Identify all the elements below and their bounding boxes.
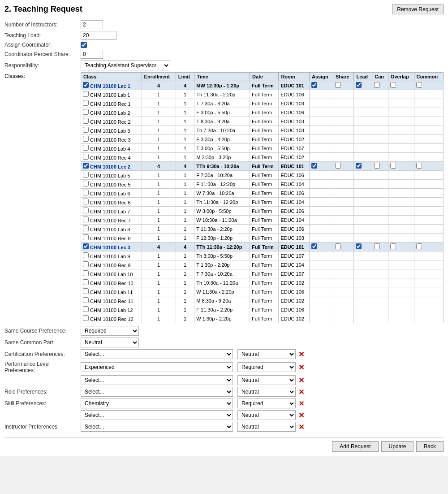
common-checkbox-18[interactable] xyxy=(416,243,422,249)
row-checkbox-1[interactable] xyxy=(83,91,89,97)
certification-neutral-select[interactable]: Neutral Required xyxy=(237,349,296,359)
row-checkbox-5[interactable] xyxy=(83,127,89,133)
time-cell: M 8:30a - 9:20a xyxy=(194,296,250,305)
empty-cell xyxy=(333,296,354,305)
row-checkbox-21[interactable] xyxy=(83,270,89,276)
empty-cell xyxy=(414,117,443,126)
can-checkbox-18[interactable] xyxy=(374,243,380,249)
coordinator-percent-input[interactable] xyxy=(81,50,103,59)
row-checkbox-9[interactable] xyxy=(83,163,89,169)
performance-row2-remove-icon[interactable]: ✕ xyxy=(298,376,304,385)
assign-coordinator-checkbox[interactable] xyxy=(81,42,87,48)
performance-row1-remove-icon[interactable]: ✕ xyxy=(298,363,304,372)
skill-row2-remove-icon[interactable]: ✕ xyxy=(298,411,304,420)
assign-checkbox-18[interactable] xyxy=(311,243,317,249)
role-remove-icon[interactable]: ✕ xyxy=(298,388,304,396)
role-neutral-select[interactable]: Neutral Required xyxy=(237,387,296,397)
assign-checkbox-0[interactable] xyxy=(311,82,317,88)
row-checkbox-17[interactable] xyxy=(83,234,89,240)
enrollment-cell: 1 xyxy=(142,296,176,305)
row-checkbox-18[interactable] xyxy=(83,243,89,249)
empty-cell xyxy=(309,278,333,287)
row-checkbox-10[interactable] xyxy=(83,172,89,178)
time-cell: F 3:00p - 5:50p xyxy=(194,108,250,117)
empty-cell xyxy=(414,126,443,135)
performance-row1-neutral-select[interactable]: Required Neutral xyxy=(237,362,296,372)
row-checkbox-23[interactable] xyxy=(83,288,89,294)
empty-cell xyxy=(333,314,354,323)
teaching-load-input[interactable] xyxy=(81,31,116,40)
empty-cell xyxy=(309,260,333,269)
empty-cell xyxy=(354,99,372,108)
row-checkbox-4[interactable] xyxy=(83,118,89,124)
row-checkbox-19[interactable] xyxy=(83,252,89,258)
row-checkbox-2[interactable] xyxy=(83,100,89,106)
remove-request-button[interactable]: Remove Request xyxy=(392,4,444,14)
classes-table: Class Enrollment Limit Time Date Room As… xyxy=(81,72,444,323)
add-request-button[interactable]: Add Request xyxy=(332,441,378,452)
row-checkbox-16[interactable] xyxy=(83,225,89,231)
row-checkbox-22[interactable] xyxy=(83,279,89,285)
skill-row1-select[interactable]: Chemistry xyxy=(81,399,233,408)
skill-row1-neutral-select[interactable]: Required Neutral xyxy=(237,399,296,408)
row-checkbox-25[interactable] xyxy=(83,306,89,312)
share-checkbox-18[interactable] xyxy=(335,243,341,249)
enrollment-cell: 1 xyxy=(142,153,176,162)
back-button[interactable]: Back xyxy=(416,441,444,452)
overlap-checkbox-0[interactable] xyxy=(390,82,396,88)
performance-row2-neutral-select[interactable]: Neutral Required xyxy=(237,375,296,385)
row-checkbox-12[interactable] xyxy=(83,190,89,195)
row-checkbox-8[interactable] xyxy=(83,154,89,160)
num-instructors-input[interactable] xyxy=(81,20,103,29)
instructor-remove-icon[interactable]: ✕ xyxy=(298,423,304,431)
same-common-select[interactable]: Neutral Required Prohibited xyxy=(81,338,139,347)
share-checkbox-0[interactable] xyxy=(335,82,341,88)
instructor-select[interactable]: Select... xyxy=(81,422,233,432)
role-select[interactable]: Select... xyxy=(81,387,233,397)
limit-cell: 1 xyxy=(176,126,194,135)
date-cell: Full Term xyxy=(250,287,279,296)
enrollment-cell: 1 xyxy=(142,99,176,108)
instructor-neutral-select[interactable]: Neutral Required xyxy=(237,422,296,432)
certification-label: Certification Preferences: xyxy=(4,351,81,357)
limit-cell: 1 xyxy=(176,180,194,189)
row-checkbox-15[interactable] xyxy=(83,217,89,222)
empty-cell xyxy=(414,135,443,144)
skill-row2-select[interactable]: Select... xyxy=(81,410,233,420)
same-course-select[interactable]: Required Neutral Prohibited xyxy=(81,326,139,336)
lead-checkbox-0[interactable] xyxy=(356,82,362,88)
update-button[interactable]: Update xyxy=(381,441,414,452)
certification-remove-icon[interactable]: ✕ xyxy=(298,350,304,359)
assign-checkbox-9[interactable] xyxy=(311,163,317,169)
share-checkbox-9[interactable] xyxy=(335,163,341,169)
common-checkbox-0[interactable] xyxy=(416,82,422,88)
responsibility-select[interactable]: Teaching Assistant Supervisor xyxy=(81,61,170,70)
common-checkbox-9[interactable] xyxy=(416,163,422,169)
row-checkbox-0[interactable] xyxy=(83,82,89,88)
row-checkbox-11[interactable] xyxy=(83,181,89,186)
certification-select[interactable]: Select... xyxy=(81,349,233,359)
skill-row2-neutral-select[interactable]: Neutral Required xyxy=(237,410,296,420)
limit-cell: 1 xyxy=(176,251,194,260)
row-checkbox-6[interactable] xyxy=(83,136,89,142)
row-checkbox-7[interactable] xyxy=(83,145,89,151)
date-cell: Full Term xyxy=(250,234,279,243)
row-checkbox-26[interactable] xyxy=(83,315,89,321)
class-name: CHM 10100 Lab 3 xyxy=(89,128,130,134)
empty-cell xyxy=(372,296,388,305)
skill-row1-remove-icon[interactable]: ✕ xyxy=(298,399,304,408)
row-checkbox-14[interactable] xyxy=(83,208,89,213)
row-checkbox-3[interactable] xyxy=(83,109,89,115)
overlap-checkbox-9[interactable] xyxy=(390,163,396,169)
row-checkbox-13[interactable] xyxy=(83,199,89,204)
table-row: CHM 10100 Lab 1111W 11:30a - 2:20pFull T… xyxy=(81,287,444,296)
lead-checkbox-18[interactable] xyxy=(356,243,362,249)
row-checkbox-24[interactable] xyxy=(83,297,89,303)
lead-checkbox-9[interactable] xyxy=(356,163,362,169)
performance-row1-select[interactable]: Experienced xyxy=(81,362,233,372)
overlap-checkbox-18[interactable] xyxy=(390,243,396,249)
can-checkbox-9[interactable] xyxy=(374,163,380,169)
can-checkbox-0[interactable] xyxy=(374,82,380,88)
performance-row2-select[interactable]: Select... xyxy=(81,375,233,385)
row-checkbox-20[interactable] xyxy=(83,261,89,267)
